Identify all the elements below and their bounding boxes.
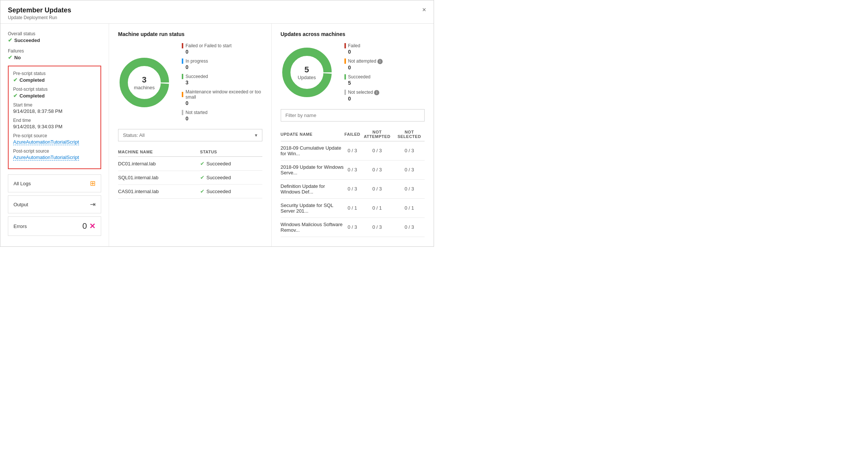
- succeeded-icon: ✔: [200, 188, 205, 194]
- not-attempted-cell: 0 / 3: [360, 160, 394, 179]
- not-attempted-cell: 0 / 1: [360, 198, 394, 218]
- end-time-label: End time: [13, 118, 96, 123]
- legend-label: Failed: [348, 43, 361, 48]
- failed-cell: 0 / 3: [344, 218, 360, 237]
- pre-script-source-link[interactable]: AzureAutomationTutorialScript: [13, 139, 79, 145]
- pre-script-source-label: Pre-script source: [13, 133, 96, 138]
- machine-legend: Failed or Failed to start 0 In progress …: [182, 43, 262, 122]
- not-selected-header: NOT SELECTED: [394, 128, 425, 141]
- legend-value: 0: [186, 100, 262, 106]
- status-header: STATUS: [200, 147, 262, 157]
- legend-value: 0: [186, 64, 262, 70]
- machine-chart-section: 3 machines Failed or Failed to start 0 I…: [118, 43, 262, 122]
- legend-item: Succeeded 5: [344, 74, 383, 86]
- not-selected-cell: 0 / 1: [394, 198, 425, 218]
- update-name-cell: 2018-09 Cumulative Update for Win...: [281, 141, 345, 160]
- post-script-source-label: Post-script source: [13, 148, 96, 154]
- legend-item: Failed 0: [344, 43, 383, 55]
- post-script-status-label: Post-script status: [13, 87, 96, 92]
- legend-color: [182, 58, 183, 64]
- legend-label: Not attemptedi: [348, 58, 383, 64]
- legend-label: Succeeded: [348, 74, 371, 80]
- output-item[interactable]: Output ⇥: [8, 195, 101, 213]
- updates-donut-chart: 5 Updates: [281, 46, 333, 99]
- failures-section: Failures ✔ No: [8, 48, 101, 60]
- failures-label: Failures: [8, 48, 101, 54]
- legend-label: Not selectedi: [348, 90, 380, 95]
- pre-script-source-group: Pre-script source AzureAutomationTutoria…: [13, 133, 96, 145]
- legend-item: Not started 0: [182, 110, 262, 122]
- post-script-status-value: ✔ Completed: [13, 93, 96, 99]
- updates-table: UPDATE NAME FAILED NOT ATTEMPTED NOT SEL…: [281, 128, 425, 237]
- legend-label: Maintenance window exceeded or too small: [186, 89, 262, 100]
- failed-header: FAILED: [344, 128, 360, 141]
- machine-status-cell: ✔ Succeeded: [200, 171, 262, 184]
- overall-status-value: ✔ Succeeded: [8, 37, 101, 43]
- updates-donut-label: 5 Updates: [298, 64, 316, 80]
- post-script-check-icon: ✔: [13, 93, 18, 99]
- table-row: SQL01.internal.lab ✔ Succeeded: [118, 171, 262, 184]
- update-name-cell: 2018-09 Update for Windows Serve...: [281, 160, 345, 179]
- updates-chart-section: 5 Updates Failed 0 Not attemptedi 0 Succ…: [281, 43, 425, 102]
- machine-donut-label: 3 machines: [134, 75, 155, 90]
- filter-input[interactable]: [281, 109, 425, 122]
- legend-value: 0: [186, 49, 262, 55]
- failed-cell: 0 / 3: [344, 141, 360, 160]
- updates-legend: Failed 0 Not attemptedi 0 Succeeded 5 No…: [344, 43, 383, 102]
- errors-label: Errors: [13, 224, 27, 229]
- error-x-icon: ✕: [89, 222, 96, 231]
- post-script-source-link[interactable]: AzureAutomationTutorialScript: [13, 154, 79, 160]
- legend-color: [182, 92, 183, 97]
- content-area: Overall status ✔ Succeeded Failures ✔ No…: [0, 24, 434, 246]
- status-dropdown[interactable]: Status: All ▾: [118, 129, 262, 141]
- left-panel: Overall status ✔ Succeeded Failures ✔ No…: [0, 24, 109, 246]
- not-attempted-cell: 0 / 3: [360, 141, 394, 160]
- overall-status-label: Overall status: [8, 31, 101, 36]
- pre-script-check-icon: ✔: [13, 77, 18, 83]
- end-time-value: 9/14/2018, 9:34:03 PM: [13, 124, 96, 129]
- failures-value: ✔ No: [8, 54, 101, 60]
- machine-status-cell: ✔ Succeeded: [200, 157, 262, 171]
- all-logs-icon: ⊞: [90, 179, 96, 188]
- updates-across-title: Updates across machines: [281, 31, 425, 37]
- table-row: 2018-09 Update for Windows Serve... 0 / …: [281, 160, 425, 179]
- check-icon-failures: ✔: [8, 54, 12, 60]
- table-row: Windows Malicious Software Remov... 0 / …: [281, 218, 425, 237]
- machine-name-cell: DC01.internal.lab: [118, 157, 200, 171]
- pre-script-box: Pre-script status ✔ Completed Post-scrip…: [8, 66, 101, 169]
- info-icon[interactable]: i: [377, 59, 383, 64]
- title-bar: September Updates Update Deployment Run …: [0, 0, 434, 24]
- updates-donut-num: 5: [298, 64, 316, 74]
- machine-status-cell: ✔ Succeeded: [200, 184, 262, 198]
- legend-color: [182, 74, 183, 79]
- table-row: Security Update for SQL Server 201... 0 …: [281, 198, 425, 218]
- info-icon[interactable]: i: [374, 90, 379, 95]
- not-attempted-cell: 0 / 3: [360, 179, 394, 198]
- legend-color: [344, 58, 346, 64]
- close-button[interactable]: ×: [422, 6, 426, 13]
- not-selected-cell: 0 / 3: [394, 141, 425, 160]
- legend-item: Not selectedi 0: [344, 90, 383, 102]
- update-name-header: UPDATE NAME: [281, 128, 345, 141]
- legend-item: In progress 0: [182, 58, 262, 70]
- start-time-group: Start time 9/14/2018, 8:37:58 PM: [13, 102, 96, 114]
- overall-status-section: Overall status ✔ Succeeded: [8, 31, 101, 43]
- title-bar-left: September Updates Update Deployment Run: [8, 6, 71, 20]
- all-logs-item[interactable]: All Logs ⊞: [8, 174, 101, 192]
- succeeded-icon: ✔: [200, 160, 205, 166]
- machine-name-cell: SQL01.internal.lab: [118, 171, 200, 184]
- machine-status-value: Succeeded: [207, 175, 231, 180]
- table-row: DC01.internal.lab ✔ Succeeded: [118, 157, 262, 171]
- legend-label: In progress: [186, 58, 208, 64]
- chevron-down-icon: ▾: [255, 132, 257, 138]
- errors-item[interactable]: Errors 0 ✕: [8, 216, 101, 236]
- update-name-cell: Windows Malicious Software Remov...: [281, 218, 345, 237]
- legend-label: Succeeded: [186, 74, 208, 79]
- machine-name-header: MACHINE NAME: [118, 147, 200, 157]
- window-title: September Updates: [8, 6, 71, 14]
- legend-color: [344, 43, 346, 48]
- legend-value: 0: [348, 49, 383, 55]
- legend-item: Not attemptedi 0: [344, 58, 383, 70]
- legend-value: 3: [186, 80, 262, 86]
- update-name-cell: Security Update for SQL Server 201...: [281, 198, 345, 218]
